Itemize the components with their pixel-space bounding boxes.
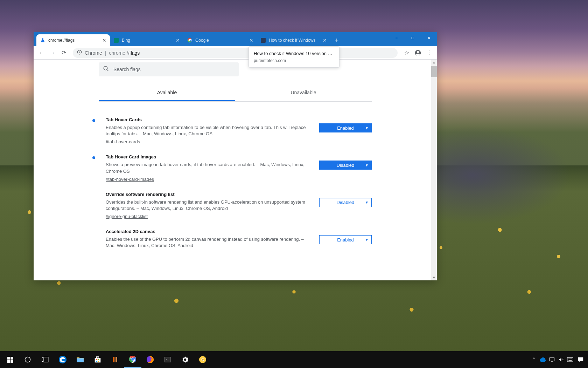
- tab-pureinfo[interactable]: How to check if Windows ✕: [257, 34, 330, 46]
- close-icon[interactable]: ✕: [175, 38, 181, 43]
- flag-body: Tab Hover CardsEnables a popup containin…: [106, 117, 312, 144]
- new-tab-button[interactable]: +: [332, 35, 342, 45]
- taskbar-app-orange[interactable]: [106, 351, 124, 368]
- close-window-button[interactable]: ✕: [421, 32, 437, 43]
- tab-google[interactable]: Google ✕: [183, 34, 257, 46]
- maximize-button[interactable]: □: [405, 32, 421, 43]
- bookmark-star-icon[interactable]: ☆: [402, 48, 412, 58]
- flag-item: Override software rendering listOverride…: [99, 187, 372, 224]
- tray-keyboard-icon[interactable]: [566, 351, 575, 368]
- tab-available[interactable]: Available: [99, 85, 235, 101]
- svg-point-12: [25, 357, 30, 362]
- flag-anchor-link[interactable]: #tab-hover-cards: [106, 139, 312, 144]
- google-icon: [187, 38, 192, 43]
- svg-rect-10: [7, 360, 10, 363]
- tray-volume-icon[interactable]: [556, 351, 566, 368]
- taskbar-settings[interactable]: [176, 351, 194, 368]
- tab-strip: chrome://flags ✕ Bing ✕ Google ✕ How to …: [34, 34, 388, 46]
- flag-dropdown[interactable]: Disabled▼: [319, 198, 372, 207]
- forward-button[interactable]: →: [48, 48, 57, 58]
- tray-show-hidden-icon[interactable]: ˄: [529, 351, 538, 368]
- tab-title: Google: [195, 38, 248, 43]
- svg-rect-14: [44, 357, 48, 362]
- flag-body: Tab Hover Card ImagesShows a preview ima…: [106, 154, 312, 182]
- svg-rect-20: [116, 357, 117, 362]
- chevron-down-icon: ▼: [365, 126, 369, 130]
- search-placeholder: Search flags: [113, 67, 141, 72]
- taskbar-chrome[interactable]: [124, 351, 141, 368]
- svg-rect-11: [10, 360, 13, 363]
- scroll-up-arrow[interactable]: ▲: [431, 60, 437, 65]
- flag-dropdown-value: Enabled: [337, 125, 354, 131]
- flag-dropdown[interactable]: Enabled▼: [319, 235, 372, 244]
- tab-bing[interactable]: Bing ✕: [110, 34, 183, 46]
- flag-anchor-link[interactable]: #tab-hover-card-images: [106, 177, 312, 182]
- taskbar-edge[interactable]: [54, 351, 71, 368]
- svg-rect-2: [79, 52, 79, 53]
- svg-rect-18: [113, 357, 114, 362]
- taskbar-store[interactable]: [89, 351, 106, 368]
- minimize-button[interactable]: −: [388, 32, 405, 43]
- tab-unavailable[interactable]: Unavailable: [235, 85, 372, 101]
- flag-dropdown[interactable]: Enabled▼: [319, 123, 372, 132]
- svg-rect-34: [569, 360, 572, 361]
- flag-body: Override software rendering listOverride…: [106, 192, 312, 219]
- reload-button[interactable]: ⟳: [59, 48, 69, 58]
- close-icon[interactable]: ✕: [102, 38, 107, 43]
- start-button[interactable]: [1, 351, 19, 368]
- address-bar[interactable]: Chrome | chrome://flags: [73, 48, 398, 58]
- flag-list: Tab Hover CardsEnables a popup containin…: [99, 102, 372, 267]
- url-path: flags: [130, 50, 140, 56]
- scroll-thumb[interactable]: [431, 66, 437, 77]
- flag-title: Tab Hover Card Images: [106, 154, 312, 159]
- svg-point-38: [571, 359, 572, 359]
- flag-anchor-link[interactable]: #ignore-gpu-blacklist: [106, 214, 312, 219]
- svg-rect-8: [7, 357, 10, 360]
- menu-button[interactable]: ⋮: [424, 48, 434, 58]
- profile-avatar[interactable]: [413, 48, 423, 58]
- taskbar-chrome-canary[interactable]: [194, 351, 211, 368]
- task-view[interactable]: [36, 351, 54, 368]
- flag-dropdown[interactable]: Disabled▼: [319, 161, 372, 170]
- window-controls: − □ ✕: [388, 32, 437, 43]
- modified-dot-icon: [92, 156, 95, 159]
- back-button[interactable]: ←: [36, 48, 46, 58]
- taskbar-terminal[interactable]: >_: [159, 351, 176, 368]
- vertical-scrollbar[interactable]: ▲ ▼: [431, 60, 437, 280]
- flag-title: Override software rendering list: [106, 192, 312, 197]
- cortana-search[interactable]: [19, 351, 36, 368]
- tab-flags[interactable]: chrome://flags ✕: [36, 34, 110, 46]
- svg-rect-17: [97, 357, 99, 358]
- flags-page: Search flags Available Unavailable Tab H…: [99, 60, 372, 267]
- taskbar-file-explorer[interactable]: [71, 351, 89, 368]
- svg-rect-19: [114, 357, 115, 362]
- search-flags-input[interactable]: Search flags: [99, 62, 239, 76]
- flag-body: Accelerated 2D canvasEnables the use of …: [106, 229, 312, 251]
- tray-action-center-icon[interactable]: [575, 351, 587, 368]
- site-info-icon[interactable]: [77, 50, 82, 56]
- tray-onedrive-icon[interactable]: [538, 351, 547, 368]
- flag-title: Tab Hover Cards: [106, 117, 312, 122]
- url-prefix: chrome://: [109, 50, 129, 56]
- flask-icon: [40, 38, 46, 43]
- scroll-down-arrow[interactable]: ▼: [431, 275, 437, 280]
- close-icon[interactable]: ✕: [322, 38, 328, 43]
- chevron-down-icon: ▼: [365, 163, 369, 167]
- search-icon: [103, 66, 109, 74]
- svg-point-5: [417, 51, 419, 53]
- chevron-down-icon: ▼: [365, 238, 369, 242]
- flag-item: Tab Hover CardsEnables a popup containin…: [99, 112, 372, 149]
- svg-rect-33: [567, 357, 573, 362]
- hover-card-title: How to check if Windows 10 version 1…: [254, 51, 334, 56]
- flag-item: Accelerated 2D canvasEnables the use of …: [99, 224, 372, 256]
- svg-point-24: [132, 358, 134, 360]
- flag-title: Accelerated 2D canvas: [106, 229, 312, 234]
- tray-input-icon[interactable]: [547, 351, 556, 368]
- taskbar-firefox[interactable]: [141, 351, 159, 368]
- flag-description: Enables the use of the GPU to perform 2d…: [106, 236, 312, 249]
- flags-tabs: Available Unavailable: [99, 85, 372, 102]
- svg-rect-3: [79, 51, 79, 52]
- svg-rect-13: [42, 357, 43, 361]
- flag-dropdown-value: Enabled: [337, 237, 354, 243]
- close-icon[interactable]: ✕: [248, 38, 254, 43]
